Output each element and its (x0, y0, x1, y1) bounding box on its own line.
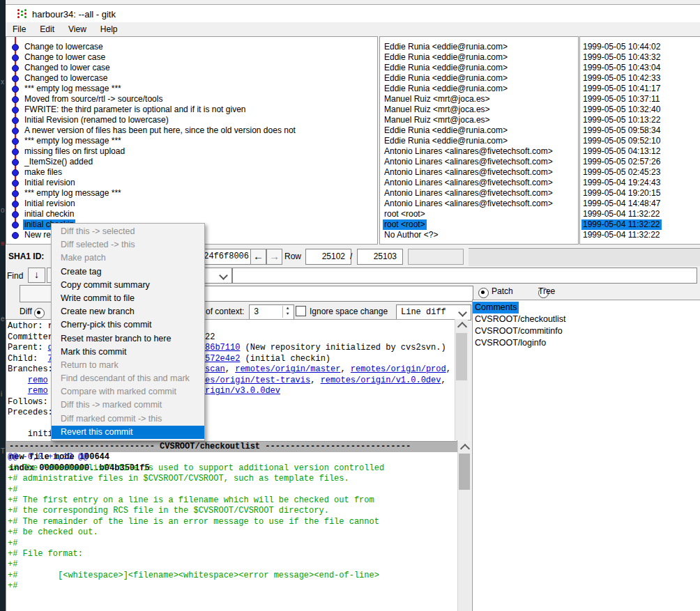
commit-author-list[interactable]: Eddie Runia <eddie@runia.com>Eddie Runia… (379, 36, 579, 245)
commit-author-cell[interactable]: Manuel Ruiz <mrt@joca.es> (383, 115, 492, 125)
context-menu-item[interactable]: Create tag (52, 265, 204, 279)
commit-subject-cell[interactable]: New re (23, 230, 52, 240)
spinner-arrows-icon[interactable]: ▲▼ (282, 306, 292, 318)
commit-author-cell[interactable]: root <root> (383, 209, 427, 219)
scrollbar-thumb[interactable] (456, 333, 467, 380)
commit-date-cell[interactable]: 1999-05-05 10:43:32 (581, 52, 662, 63)
commit-date-cell[interactable]: 1999-05-05 09:52:10 (581, 136, 662, 146)
commit-link[interactable]: es/origin/test-travis (205, 376, 310, 385)
commit-date-cell[interactable]: 1999-05-05 02:45:23 (581, 167, 662, 178)
commit-author-cell[interactable]: Eddie Runia <eddie@runia.com> (383, 136, 509, 146)
commit-author-cell[interactable]: Eddie Runia <eddie@runia.com> (383, 125, 509, 136)
commit-subject-cell[interactable]: Change to lowercase (23, 42, 105, 52)
commit-author-cell[interactable]: Eddie Runia <eddie@runia.com> (383, 42, 509, 52)
context-menu-item[interactable]: Write commit to file (52, 292, 204, 305)
diff-radio[interactable] (34, 308, 45, 318)
commit-date-cell[interactable]: 1999-05-05 10:44:02 (581, 42, 662, 52)
scroll-up-icon[interactable] (460, 444, 470, 454)
tree-radio-label[interactable]: Tree (538, 286, 555, 296)
commit-subject-cell[interactable]: *** empty log message *** (23, 188, 123, 199)
commit-date-cell[interactable]: 1999-05-05 02:57:26 (581, 157, 662, 167)
context-menu-item[interactable]: Reset master branch to here (52, 332, 204, 346)
scrollbar-thumb[interactable] (459, 454, 470, 490)
commit-date-cell[interactable]: 1999-05-05 10:37:11 (581, 94, 662, 105)
ignore-space-checkbox[interactable] (296, 306, 306, 316)
commit-author-cell[interactable]: Manuel Ruiz <mrt@joca.es> (383, 105, 492, 115)
menubar-item-file[interactable]: File (6, 23, 33, 34)
ignore-space-label[interactable]: Ignore space change (310, 307, 388, 316)
details-scrollbar[interactable] (455, 319, 468, 440)
menubar-item-view[interactable]: View (61, 23, 93, 34)
commit-author-cell[interactable]: Antonio Linares <alinares@fivetechsoft.c… (383, 146, 554, 157)
commit-date-cell[interactable]: 1999-05-04 11:32:22 (581, 230, 662, 240)
commit-author-cell[interactable]: Antonio Linares <alinares@fivetechsoft.c… (383, 188, 554, 199)
commit-date-list[interactable]: 1999-05-05 10:44:021999-05-05 10:43:3219… (579, 36, 700, 245)
file-list-item[interactable]: CVSROOT/commitinfo (473, 325, 565, 337)
commit-subject-cell[interactable]: *** empty log message *** (23, 136, 123, 146)
commit-link[interactable]: remotes/origin/master (235, 364, 340, 374)
commit-author-cell[interactable]: Manuel Ruiz <mrt@joca.es> (383, 94, 492, 105)
context-menu-item[interactable]: Cherry-pick this commit (52, 318, 204, 332)
commit-date-cell[interactable]: 1999-05-04 19:24:43 (581, 178, 662, 188)
commit-date-cell[interactable]: 1999-05-05 10:13:22 (581, 115, 662, 125)
commit-subject-cell[interactable]: *** empty log message *** (23, 84, 123, 94)
commit-author-cell[interactable]: Eddie Runia <eddie@runia.com> (383, 73, 509, 84)
row-total-field[interactable]: 25103 (357, 249, 403, 265)
forward-button[interactable]: → (266, 249, 282, 265)
file-list-item[interactable]: CVSROOT/checkoutlist (473, 314, 568, 325)
commit-date-cell[interactable]: 1999-05-05 10:32:40 (581, 105, 662, 115)
commit-subject-cell[interactable]: initial checkin (23, 209, 75, 219)
commit-subject-cell[interactable]: Change to lower case (23, 52, 107, 63)
commit-link[interactable]: remo (28, 386, 48, 396)
commit-subject-cell[interactable]: Initial revision (23, 178, 77, 188)
context-menu-item[interactable]: Copy commit summary (52, 279, 204, 292)
commit-link[interactable]: remotes/origin/prod (351, 364, 446, 374)
row-current-field[interactable]: 25102 (305, 249, 351, 265)
patch-radio-label[interactable]: Patch (492, 286, 513, 296)
find-label[interactable]: Find (7, 271, 23, 281)
file-list-panel[interactable]: CommentsCVSROOT/checkoutlistCVSROOT/comm… (472, 300, 700, 611)
commit-subject-list[interactable]: Change to lowercaseChange to lower caseC… (6, 36, 378, 245)
find-input[interactable] (232, 268, 697, 284)
commit-author-cell[interactable]: root <root> (383, 219, 427, 230)
commit-date-cell[interactable]: 1999-05-05 10:43:04 (581, 63, 662, 73)
commit-link[interactable]: 86b7110 (205, 343, 240, 353)
find-next-button[interactable]: ↓ (28, 268, 45, 283)
commit-subject-cell[interactable]: _ItemSize() added (23, 157, 94, 167)
commit-author-cell[interactable]: Antonio Linares <alinares@fivetechsoft.c… (383, 178, 554, 188)
diff-scrollbar[interactable] (457, 441, 471, 611)
context-spinner[interactable]: 3 ▲▼ (249, 304, 294, 320)
commit-subject-cell[interactable]: Moved from source/rtl -> source/tools (23, 94, 164, 105)
commit-author-cell[interactable]: Eddie Runia <eddie@runia.com> (383, 52, 509, 63)
diff-mode-combobox[interactable]: Line diff (396, 304, 471, 320)
commit-date-cell[interactable]: 1999-05-04 14:48:47 (581, 199, 662, 209)
commit-author-cell[interactable]: Eddie Runia <eddie@runia.com> (383, 63, 509, 73)
menubar-item-help[interactable]: Help (93, 23, 125, 34)
back-button[interactable]: ← (250, 249, 266, 265)
commit-subject-cell[interactable]: Initial revision (23, 199, 77, 209)
commit-date-cell[interactable]: 1999-05-05 09:58:34 (581, 125, 662, 136)
commit-subject-cell[interactable]: A newer version of files has been put he… (23, 125, 297, 136)
commit-author-cell[interactable]: Antonio Linares <alinares@fivetechsoft.c… (383, 167, 554, 178)
scroll-up-icon[interactable] (457, 322, 467, 332)
commit-subject-cell[interactable]: Changed to lowercase (23, 73, 109, 84)
commit-subject-cell[interactable]: make files (23, 167, 63, 178)
file-list-item[interactable]: CVSROOT/loginfo (473, 337, 548, 349)
commit-date-cell[interactable]: 1999-05-04 11:32:22 (581, 219, 662, 230)
commit-subject-cell[interactable]: missing files on first upload (23, 146, 126, 157)
commit-author-cell[interactable]: Antonio Linares <alinares@fivetechsoft.c… (383, 199, 554, 209)
commit-date-cell[interactable]: 1999-05-04 11:32:22 (581, 209, 662, 219)
commit-date-cell[interactable]: 1999-05-05 10:41:17 (581, 84, 662, 94)
commit-link[interactable]: scan (205, 364, 225, 374)
commit-date-cell[interactable]: 1999-05-05 10:42:33 (581, 73, 662, 84)
commit-subject-cell[interactable]: FWRITE: the third parameter is optional … (23, 105, 247, 115)
commit-author-cell[interactable]: Eddie Runia <eddie@runia.com> (383, 84, 509, 94)
patch-radio[interactable] (478, 288, 489, 298)
commit-author-cell[interactable]: No Author <?> (383, 230, 439, 240)
file-list-item[interactable]: Comments (473, 302, 519, 314)
commit-link[interactable]: remo (28, 376, 48, 385)
commit-link[interactable]: 572e4e2 (205, 354, 240, 364)
menubar-item-edit[interactable]: Edit (33, 23, 61, 34)
context-menu-item[interactable]: Mark this commit (52, 346, 204, 359)
commit-subject-cell[interactable]: Changed to lower case (23, 63, 112, 73)
